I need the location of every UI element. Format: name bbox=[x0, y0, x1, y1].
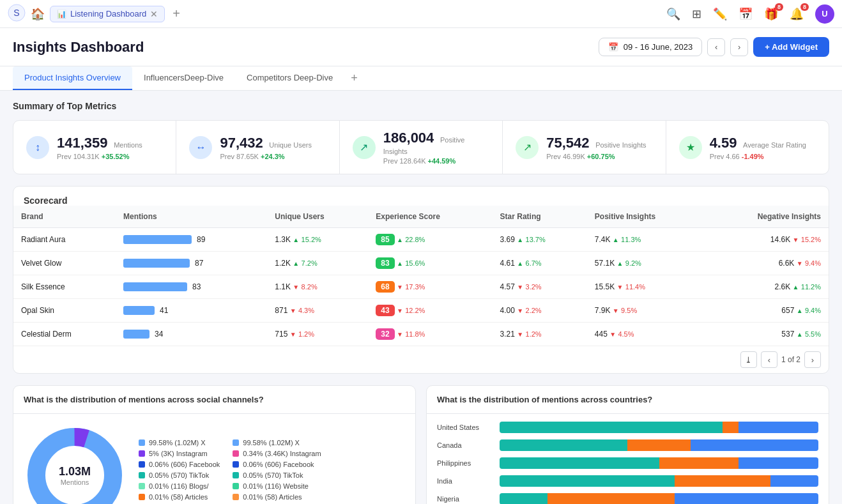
main-content: Summary of Top Metrics ↕ 141,359 Mention… bbox=[0, 91, 842, 504]
gift-icon[interactable]: 🎁 8 bbox=[764, 7, 778, 21]
edit-icon[interactable]: ✏️ bbox=[713, 7, 727, 21]
legend-item: 0.05% (570) TikTok bbox=[139, 471, 220, 479]
search-icon[interactable]: 🔍 bbox=[666, 7, 680, 21]
star-rating-cell: 4.57 ▼ 3.2% bbox=[493, 275, 587, 299]
unique-users-cell: 1.2K ▲ 7.2% bbox=[267, 252, 368, 275]
add-tab-button[interactable]: + bbox=[172, 6, 180, 21]
metric-label-unique-users: Unique Users bbox=[269, 141, 312, 149]
bar-stack bbox=[500, 457, 818, 469]
negative-insights-cell: 537 ▲ 5.5% bbox=[706, 323, 829, 346]
legend-item: 0.06% (606) Facebook bbox=[233, 461, 321, 468]
metric-change-mentions: +35.52% bbox=[102, 153, 130, 160]
tab-bar: Product Insights Overview InfluencersDee… bbox=[0, 66, 842, 91]
calendar-icon[interactable]: 📅 bbox=[739, 7, 753, 21]
country-bars: United States Canada Philippines India N… bbox=[427, 414, 829, 504]
bar-stack bbox=[500, 475, 818, 487]
positive-insights-cell: 7.9K ▼ 9.5% bbox=[587, 299, 706, 323]
tab-product-insights[interactable]: Product Insights Overview bbox=[13, 66, 132, 90]
scorecard-title: Scorecard bbox=[13, 187, 829, 206]
col-experience-score: Experience Score bbox=[368, 206, 492, 228]
col-star-rating: Star Rating bbox=[493, 206, 587, 228]
summary-section-title: Summary of Top Metrics bbox=[13, 101, 829, 111]
legend-item: 0.01% (116) Blogs/ bbox=[139, 482, 220, 490]
country-row: United States bbox=[437, 422, 818, 433]
browser-tab-label: Listening Dashboard bbox=[70, 9, 146, 19]
negative-insights-cell: 657 ▲ 9.4% bbox=[706, 299, 829, 323]
unique-users-cell: 1.3K ▲ 15.2% bbox=[267, 228, 368, 252]
pagination-row: ⤓ ‹ 1 of 2 › bbox=[13, 346, 829, 373]
country-name: Canada bbox=[437, 441, 494, 449]
exp-score-cell: 68 ▼ 17.3% bbox=[368, 275, 492, 299]
avatar[interactable]: U bbox=[815, 4, 834, 24]
donut-sublabel: Mentions bbox=[59, 478, 91, 486]
mentions-cell: 41 bbox=[116, 299, 267, 323]
metric-change-positive2: +60.75% bbox=[587, 153, 615, 160]
tab-influencers[interactable]: InfluencersDeep-Dive bbox=[132, 66, 235, 90]
legend-item: 5% (3K) Instagram bbox=[139, 450, 220, 457]
table-row: Radiant Aura 89 1.3K ▲ 15.2% 85 ▲ 22.8% … bbox=[13, 228, 829, 252]
page-title: Insights Dashboard bbox=[13, 39, 144, 56]
metric-value-positive1: 186,004 bbox=[383, 130, 434, 146]
col-mentions[interactable]: Mentions bbox=[116, 206, 267, 228]
notifications-icon[interactable]: 🔔 8 bbox=[790, 7, 804, 21]
topnav-actions: 🔍 ⊞ ✏️ 📅 🎁 8 🔔 8 U bbox=[666, 4, 834, 24]
date-range-label: 09 - 16 June, 2023 bbox=[624, 42, 693, 52]
negative-insights-cell: 14.6K ▼ 15.2% bbox=[706, 228, 829, 252]
scorecard-table: Brand Mentions Unique Users Experience S… bbox=[13, 206, 829, 346]
active-browser-tab[interactable]: 📊 Listening Dashboard ✕ bbox=[50, 6, 165, 22]
bar-stack bbox=[500, 493, 818, 504]
metric-value-star: 4.59 bbox=[710, 135, 737, 151]
social-dist-title: What is the distribution of mentions acr… bbox=[13, 386, 415, 414]
legend-item: 99.58% (1.02M) X bbox=[233, 439, 321, 447]
donut-section: 1.03M Mentions 99.58% (1.02M) X5% (3K) I… bbox=[13, 414, 415, 504]
donut-value: 1.03M bbox=[59, 465, 91, 478]
country-row: India bbox=[437, 475, 818, 487]
metric-change-unique-users: +24.3% bbox=[261, 153, 285, 160]
grid-icon[interactable]: ⊞ bbox=[692, 7, 701, 21]
close-tab-icon[interactable]: ✕ bbox=[150, 9, 158, 19]
add-tab-icon[interactable]: + bbox=[344, 68, 364, 89]
page-info: 1 of 2 bbox=[781, 355, 800, 364]
mentions-cell: 89 bbox=[116, 228, 267, 252]
unique-users-cell: 715 ▼ 1.2% bbox=[267, 323, 368, 346]
metric-card-positive-insights1: ↗ 186,004 Positive Insights Prev 128.64K… bbox=[340, 121, 503, 174]
unique-users-cell: 871 ▼ 4.3% bbox=[267, 299, 368, 323]
brand-name: Celestial Derm bbox=[13, 323, 116, 346]
home-icon[interactable]: 🏠 bbox=[31, 7, 45, 21]
legend-item: 0.34% (3.46K) Instagram bbox=[233, 450, 321, 457]
bottom-row: What is the distribution of mentions acr… bbox=[13, 385, 829, 504]
mentions-cell: 34 bbox=[116, 323, 267, 346]
table-row: Celestial Derm 34 715 ▼ 1.2% 32 ▼ 11.8% … bbox=[13, 323, 829, 346]
table-row: Silk Essence 83 1.1K ▼ 8.2% 68 ▼ 17.3% 4… bbox=[13, 275, 829, 299]
date-next-button[interactable]: › bbox=[730, 38, 748, 56]
export-button[interactable]: ⤓ bbox=[740, 351, 757, 368]
metric-card-positive-insights2: ↗ 75,542 Positive Insights Prev 46.99K +… bbox=[503, 121, 666, 174]
prev-page-button[interactable]: ‹ bbox=[761, 351, 777, 368]
star-rating-cell: 3.69 ▲ 13.7% bbox=[493, 228, 587, 252]
metric-value-positive2: 75,542 bbox=[546, 135, 589, 151]
date-prev-button[interactable]: ‹ bbox=[707, 38, 725, 56]
metric-change-positive1: +44.59% bbox=[428, 157, 456, 165]
add-widget-button[interactable]: + Add Widget bbox=[753, 37, 829, 57]
bar-stack bbox=[500, 422, 818, 433]
brand-name: Opal Skin bbox=[13, 299, 116, 323]
col-brand: Brand bbox=[13, 206, 116, 228]
country-name: India bbox=[437, 477, 494, 485]
metric-prev-mentions: Prev 104.31K bbox=[57, 153, 100, 160]
legend-cols: 99.58% (1.02M) X5% (3K) Instagram0.06% (… bbox=[139, 439, 405, 504]
metric-label-mentions: Mentions bbox=[114, 141, 142, 149]
table-row: Velvet Glow 87 1.2K ▲ 7.2% 83 ▲ 15.6% 4.… bbox=[13, 252, 829, 275]
metrics-row: ↕ 141,359 Mentions Prev 104.31K +35.52% … bbox=[13, 120, 829, 174]
country-name: Philippines bbox=[437, 459, 494, 467]
date-range-picker[interactable]: 📅 09 - 16 June, 2023 bbox=[599, 38, 702, 56]
star-rating-cell: 4.00 ▼ 2.2% bbox=[493, 299, 587, 323]
brand-name: Silk Essence bbox=[13, 275, 116, 299]
negative-insights-cell: 6.6K ▼ 9.4% bbox=[706, 252, 829, 275]
exp-score-cell: 83 ▲ 15.6% bbox=[368, 252, 492, 275]
metric-prev-star: Prev 4.66 bbox=[710, 153, 740, 160]
notif-badge: 8 bbox=[800, 3, 809, 11]
tab-competitors[interactable]: Competitors Deep-Dive bbox=[235, 66, 344, 90]
legend-item: 0.05% (570) TikTok bbox=[233, 471, 321, 479]
brand-name: Radiant Aura bbox=[13, 228, 116, 252]
next-page-button[interactable]: › bbox=[804, 351, 821, 368]
